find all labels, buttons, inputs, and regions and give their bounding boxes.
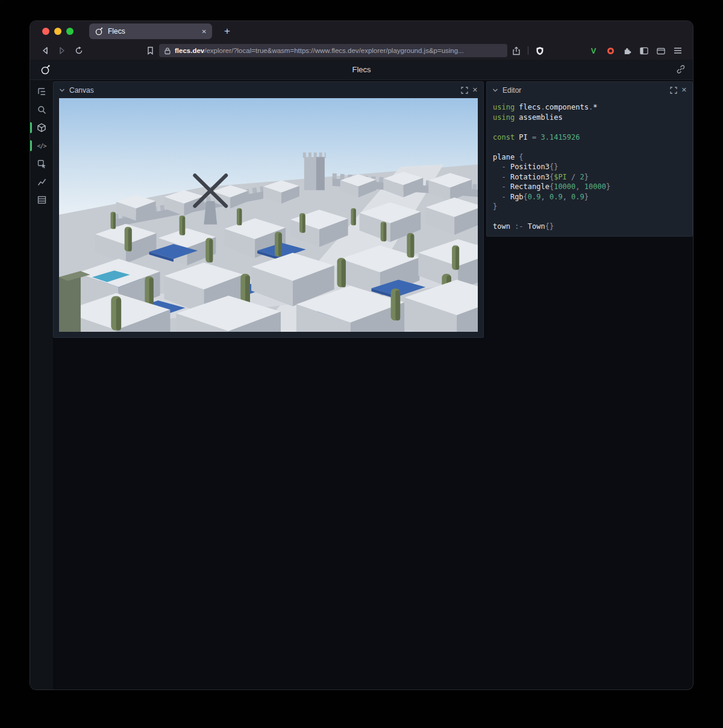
browser-tab-bar: Flecs ✕ + <box>30 21 693 42</box>
reload-button[interactable] <box>71 43 87 58</box>
editor-panel: Editor ✕ using flecs.components.*using a… <box>486 81 693 237</box>
sidebar-toggle-icon[interactable] <box>636 43 652 58</box>
sidebar-item-entities[interactable] <box>30 119 53 137</box>
new-tab-button[interactable]: + <box>221 25 234 38</box>
url-path: /explorer/?local=true&wasm=https://www.f… <box>204 47 464 54</box>
sidebar-item-tree[interactable] <box>30 82 53 101</box>
close-window-button[interactable] <box>42 28 49 35</box>
lock-icon <box>164 47 171 55</box>
active-panel-indicator <box>30 140 32 151</box>
zoom-window-button[interactable] <box>66 28 74 35</box>
close-panel-icon[interactable]: ✕ <box>681 86 687 94</box>
window-controls <box>42 28 74 35</box>
desktop-background: Flecs ✕ + <box>0 0 723 728</box>
tab-close-icon[interactable]: ✕ <box>202 28 207 35</box>
sidebar-item-search[interactable] <box>30 101 53 119</box>
sidebar-rail: </> <box>30 80 53 689</box>
app-body: </> Canvas ✕ <box>30 80 693 689</box>
chevron-down-icon[interactable] <box>492 88 498 93</box>
canvas-viewport <box>59 98 478 332</box>
menu-icon[interactable] <box>670 43 686 58</box>
sidebar-item-stats[interactable] <box>30 173 53 191</box>
canvas-panel: Canvas ✕ <box>53 81 484 338</box>
browser-toolbar: flecs.dev/explorer/?local=true&wasm=http… <box>30 42 693 60</box>
tab-title: Flecs <box>108 27 197 36</box>
page-title: Flecs <box>30 65 693 74</box>
bookmark-icon[interactable] <box>142 43 158 58</box>
editor-panel-header[interactable]: Editor ✕ <box>487 82 692 98</box>
sidebar-item-inspect[interactable] <box>30 155 53 173</box>
expand-icon[interactable] <box>461 87 468 94</box>
sidebar-item-code[interactable]: </> <box>30 137 53 155</box>
canvas-panel-header[interactable]: Canvas ✕ <box>54 82 483 98</box>
active-panel-indicator <box>30 122 32 133</box>
extensions-icon[interactable] <box>619 43 635 58</box>
back-button[interactable] <box>37 43 53 58</box>
forward-button[interactable] <box>54 43 70 58</box>
close-panel-icon[interactable]: ✕ <box>472 86 478 94</box>
url-text: flecs.dev/explorer/?local=true&wasm=http… <box>175 47 464 54</box>
canvas-panel-title: Canvas <box>69 86 457 95</box>
app-header: Flecs <box>30 60 693 80</box>
browser-tab-flecs[interactable]: Flecs ✕ <box>89 23 212 39</box>
editor-panel-title: Editor <box>502 86 666 95</box>
minimize-window-button[interactable] <box>54 28 61 35</box>
chevron-down-icon[interactable] <box>59 88 65 93</box>
expand-icon[interactable] <box>670 87 677 94</box>
url-domain: flecs.dev <box>175 47 204 54</box>
sidebar-item-tables[interactable] <box>30 191 53 209</box>
permalink-icon[interactable] <box>676 64 686 74</box>
toolbar-divider <box>528 46 528 55</box>
url-bar[interactable]: flecs.dev/explorer/?local=true&wasm=http… <box>159 44 507 57</box>
shield-icon[interactable] <box>532 43 548 58</box>
share-icon[interactable] <box>509 43 524 58</box>
code-icon: </> <box>37 143 46 149</box>
tab-overview-icon[interactable] <box>653 43 669 58</box>
canvas-3d-scene[interactable] <box>59 98 478 332</box>
adblock-extension-icon[interactable] <box>602 43 618 58</box>
browser-window: Flecs ✕ + <box>30 21 693 689</box>
flecs-favicon <box>95 27 103 36</box>
vimium-extension-icon[interactable]: V <box>586 43 601 58</box>
editor-code[interactable]: using flecs.components.*using assemblies… <box>487 98 692 236</box>
